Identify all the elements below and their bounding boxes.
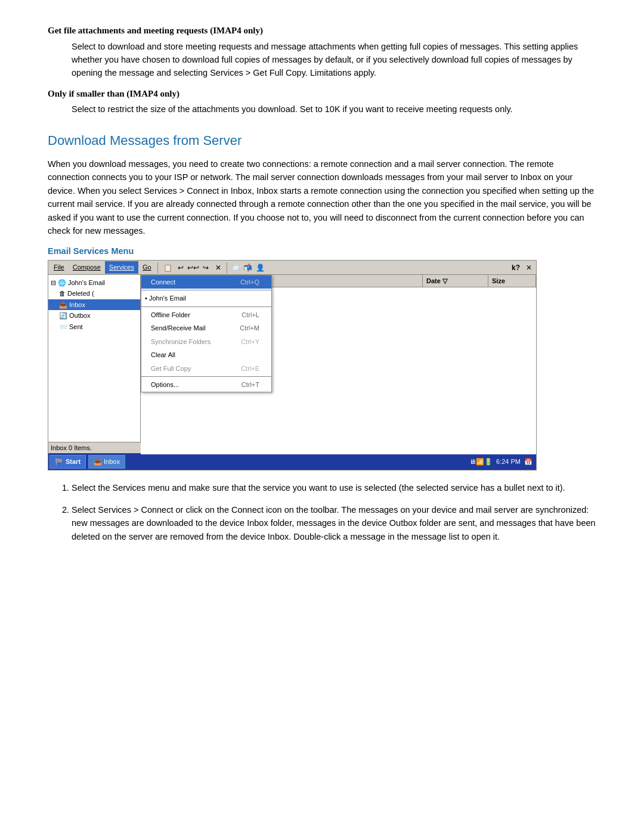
toolbar-icon-reply-all[interactable]: ↩↩ — [187, 262, 199, 274]
email-main: ⊟ 🌐 John's Email 🗑 Deleted ( 📥 Inbox 🔄 O… — [48, 275, 536, 442]
email-toolbar: File Compose Services Go 📋 ↩ ↩↩ ↪ ✕ 📨 📬 … — [48, 261, 536, 275]
shortcut-sendreceive: Ctrl+M — [240, 323, 259, 333]
dropdown-label-getfullcopy: Get Full Copy — [151, 364, 191, 374]
dropdown-label-connect: Connect — [151, 277, 175, 287]
toolbar-icon-contacts[interactable]: 👤 — [255, 262, 267, 274]
folder-sent[interactable]: 📨 Sent — [48, 321, 140, 333]
shortcut-options: Ctrl+T — [242, 380, 259, 390]
toolbar-icon-fwd[interactable]: ↪ — [200, 262, 212, 274]
toolbar-icon-help[interactable]: k? — [510, 262, 522, 274]
section1-heading: Get file attachments and meeting request… — [48, 24, 596, 38]
toolbar-icon-copy[interactable]: 📋 — [162, 262, 174, 274]
folder-johnemail[interactable]: ⊟ 🌐 John's Email — [48, 277, 140, 289]
toolbar-sep1 — [157, 262, 158, 273]
status-text: Inbox 0 Items. — [51, 443, 92, 453]
taskbar-time: 6:24 PM — [496, 457, 521, 467]
folder-deleted[interactable]: 🗑 Deleted ( — [48, 288, 140, 299]
taskbar: 🏁 Start 📥 Inbox 🖥📶🔋 6:24 PM 📅 — [48, 453, 536, 470]
taskbar-start-button[interactable]: 🏁 Start — [49, 455, 86, 469]
folder-icon-deleted: 🗑 — [59, 289, 66, 299]
shortcut-connect: Ctrl+Q — [240, 277, 259, 287]
step-2: Select Services > Connect or click on th… — [72, 503, 596, 543]
dropdown-connect[interactable]: Connect Ctrl+Q — [141, 275, 271, 289]
folder-inbox[interactable]: 📥 Inbox — [48, 299, 140, 311]
dropdown-label-sendreceive: Send/Receive Mail — [151, 323, 206, 333]
folder-icon-inbox: 📥 — [59, 300, 67, 310]
folder-label-sent: Sent — [69, 322, 83, 332]
dropdown-sep2 — [141, 306, 271, 307]
menu-services[interactable]: Services — [105, 261, 138, 274]
dropdown-label-johnemail: • John's Email — [145, 293, 186, 304]
taskbar-right: 🖥📶🔋 6:24 PM 📅 — [469, 457, 532, 467]
dropdown-sendreceive[interactable]: Send/Receive Mail Ctrl+M — [141, 321, 271, 335]
folder-icon-sent: 📨 — [59, 322, 67, 332]
toolbar-icon-receive[interactable]: 📬 — [242, 262, 254, 274]
folder-label-deleted: Deleted ( — [67, 289, 94, 299]
toolbar-icon-delete[interactable]: ✕ — [212, 262, 224, 274]
step-1: Select the Services menu and make sure t… — [72, 481, 596, 494]
menu-compose[interactable]: Compose — [69, 261, 105, 274]
services-dropdown: Connect Ctrl+Q • John's Email Offline Fo… — [141, 275, 272, 392]
dropdown-label-offline: Offline Folder — [151, 310, 190, 320]
h2-body: When you download messages, you need to … — [48, 157, 596, 238]
col-size: Size — [488, 275, 536, 287]
section1-body: Select to download and store meeting req… — [72, 40, 596, 80]
section2-body: Select to restrict the size of the attac… — [72, 103, 596, 116]
toolbar-icon-close[interactable]: ✕ — [523, 262, 535, 274]
toolbar-icon-reply[interactable]: ↩ — [175, 262, 187, 274]
folder-icon-email: 🌐 — [58, 278, 66, 288]
expand-icon: ⊟ — [51, 278, 56, 288]
folder-outbox[interactable]: 🔄 Outbox — [48, 310, 140, 321]
dropdown-getfullcopy[interactable]: Get Full Copy Ctrl+E — [141, 362, 271, 376]
toolbar-icons: 📋 ↩ ↩↩ ↪ ✕ 📨 📬 👤 — [162, 262, 267, 274]
dropdown-label-options: Options... — [151, 380, 179, 390]
dropdown-sep3 — [141, 376, 271, 377]
page-h2: Download Messages from Server — [48, 131, 596, 150]
start-label: Start — [66, 457, 80, 467]
dropdown-label-sync: Synchronize Folders — [151, 337, 210, 347]
taskbar-calendar-icon: 📅 — [524, 457, 532, 467]
folder-label-outbox: Outbox — [69, 311, 90, 321]
shortcut-sync: Ctrl+Y — [241, 337, 259, 347]
steps-list: Select the Services menu and make sure t… — [72, 481, 596, 543]
folder-label-inbox: Inbox — [69, 300, 85, 310]
dropdown-sep1 — [141, 290, 271, 290]
start-icon: 🏁 — [55, 457, 63, 467]
section2-heading: Only if smaller than (IMAP4 only) — [48, 87, 596, 101]
menu-file[interactable]: File — [49, 261, 69, 274]
dropdown-label-clearall: Clear All — [151, 350, 175, 360]
menu-go[interactable]: Go — [138, 261, 156, 274]
taskbar-system-icons: 🖥📶🔋 — [469, 457, 493, 467]
toolbar-sep2 — [227, 262, 227, 273]
folder-label: John's Email — [68, 278, 105, 288]
menu-bar: File Compose Services Go — [49, 261, 156, 274]
dropdown-offline[interactable]: Offline Folder Ctrl+L — [141, 308, 271, 322]
folder-panel: ⊟ 🌐 John's Email 🗑 Deleted ( 📥 Inbox 🔄 O… — [48, 275, 141, 442]
inbox-app-icon: 📥 — [94, 457, 102, 467]
dropdown-options[interactable]: Options... Ctrl+T — [141, 378, 271, 392]
col-date: Date ▽ — [423, 275, 488, 287]
inbox-app-label: Inbox — [104, 457, 120, 467]
dropdown-syncfolders[interactable]: Synchronize Folders Ctrl+Y — [141, 335, 271, 349]
email-services-label: Email Services Menu — [48, 245, 596, 258]
email-screenshot: File Compose Services Go 📋 ↩ ↩↩ ↪ ✕ 📨 📬 … — [48, 260, 537, 470]
right-panel: Connect Ctrl+Q • John's Email Offline Fo… — [141, 275, 536, 442]
shortcut-offline: Ctrl+L — [242, 310, 259, 320]
shortcut-getfullcopy: Ctrl+E — [241, 364, 259, 374]
toolbar-right: k? ✕ — [510, 262, 535, 274]
dropdown-clearall[interactable]: Clear All — [141, 348, 271, 362]
taskbar-inbox-app[interactable]: 📥 Inbox — [88, 455, 125, 469]
dropdown-johnemail[interactable]: • John's Email — [141, 292, 271, 305]
toolbar-icon-send[interactable]: 📨 — [230, 262, 242, 274]
folder-icon-outbox: 🔄 — [59, 311, 67, 321]
